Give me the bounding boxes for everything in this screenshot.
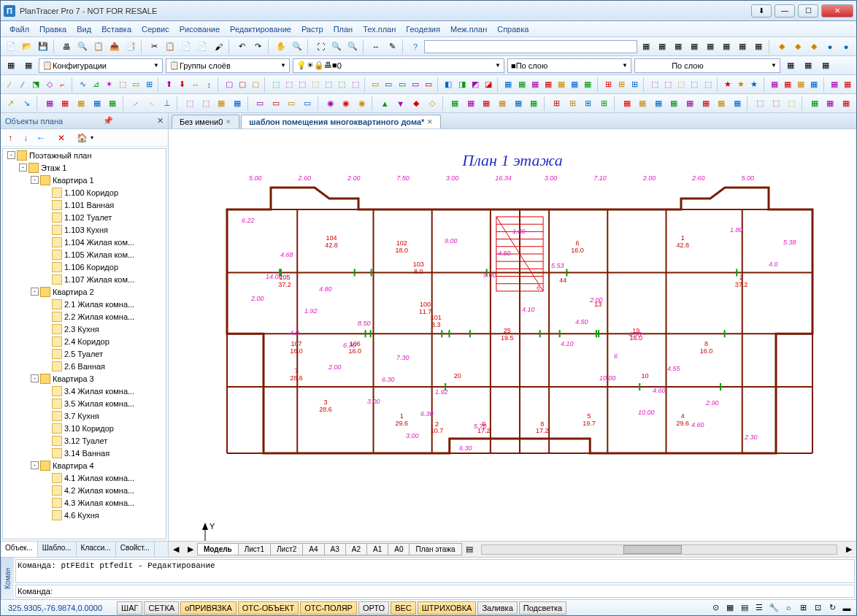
- tbplan-btn-10[interactable]: ⟍: [144, 96, 158, 111]
- object-tree[interactable]: -Поэтажный план-Этаж 1-Квартира 11.100 К…: [2, 148, 166, 539]
- tbdraw-btn-2[interactable]: ⬔: [30, 77, 42, 92]
- layerprop-icon[interactable]: ▦: [4, 58, 18, 73]
- tbplan-btn-44[interactable]: ▦: [620, 96, 634, 111]
- tbdraw-btn-47[interactable]: ▦: [582, 77, 593, 92]
- tbdraw-btn-20[interactable]: ▢: [250, 77, 261, 92]
- sh2-icon[interactable]: ◆: [791, 39, 805, 54]
- tbdraw-btn-59[interactable]: ★: [722, 77, 734, 92]
- tree-node[interactable]: 1.105 Жилая ком...: [3, 248, 166, 261]
- tbdraw-btn-44[interactable]: ▦: [542, 77, 554, 92]
- tbplan-btn-13[interactable]: ⬚: [182, 96, 197, 111]
- undo-icon[interactable]: ↶: [234, 39, 249, 54]
- tbplan-btn-24[interactable]: ◉: [339, 96, 353, 111]
- tree-node[interactable]: 2.2 Жилая комна...: [3, 310, 166, 323]
- tbdraw-btn-45[interactable]: ▦: [556, 77, 567, 92]
- zoomout-icon[interactable]: 🔍: [345, 39, 360, 54]
- tbplan-btn-4[interactable]: ▦: [58, 96, 73, 111]
- tbplan-btn-1[interactable]: ↘: [20, 96, 34, 111]
- tbdraw-btn-27[interactable]: ⬚: [336, 77, 347, 92]
- tree-node[interactable]: 4.2 Жилая комна...: [3, 484, 166, 496]
- tbdraw-btn-15[interactable]: ↔: [190, 77, 201, 92]
- paste-icon[interactable]: 📄: [179, 39, 193, 54]
- status-toggle-Подсветка[interactable]: Подсветка: [519, 601, 566, 615]
- tbplan-btn-15[interactable]: ▦: [215, 96, 229, 111]
- tbdraw-btn-6[interactable]: ∿: [77, 77, 88, 92]
- l1-icon[interactable]: ▦: [783, 58, 798, 73]
- tree-node[interactable]: 4.1 Жилая комна...: [3, 471, 166, 484]
- tree-node[interactable]: -Этаж 1: [3, 161, 166, 174]
- st6-icon[interactable]: ○: [782, 601, 795, 615]
- t8-icon[interactable]: ▦: [751, 39, 766, 54]
- tbplan-btn-11[interactable]: ⊥: [160, 96, 174, 111]
- st9-icon[interactable]: ↻: [826, 601, 839, 615]
- tbdraw-btn-54[interactable]: ⬚: [662, 77, 674, 92]
- tbdraw-btn-42[interactable]: ▦: [516, 77, 528, 92]
- tree-node[interactable]: 1.101 Ванная: [3, 199, 166, 211]
- close-button[interactable]: ✕: [821, 4, 853, 18]
- tbplan-btn-49[interactable]: ▦: [699, 96, 713, 111]
- tbplan-btn-46[interactable]: ▦: [651, 96, 666, 111]
- tree-node[interactable]: 4.3 Жилая комна...: [3, 496, 166, 509]
- pin-icon[interactable]: 📌: [103, 116, 113, 126]
- doc-tab[interactable]: шаблон помещения многоквартиного дома*✕: [241, 115, 441, 128]
- status-toggle-ШТРИХОВКА[interactable]: ШТРИХОВКА: [418, 601, 477, 615]
- tbdraw-btn-39[interactable]: ◪: [483, 77, 494, 92]
- tbdraw-btn-55[interactable]: ⬚: [675, 77, 687, 92]
- measure-icon[interactable]: ↔: [369, 39, 383, 54]
- tbdraw-btn-36[interactable]: ◧: [442, 77, 454, 92]
- tree-node[interactable]: -Квартира 1: [3, 174, 166, 186]
- scroll-right-icon[interactable]: ▶: [842, 542, 856, 557]
- ltype-combo[interactable]: По слою▼: [634, 58, 780, 73]
- tbplan-btn-59[interactable]: ▦: [839, 96, 853, 111]
- expand-icon[interactable]: -: [31, 288, 39, 296]
- st7-icon[interactable]: ⊞: [796, 601, 810, 615]
- status-toggle-ОТС-ОБЪЕКТ[interactable]: ОТС-ОБЪЕКТ: [238, 601, 299, 615]
- zoomwin-icon[interactable]: ⛶: [313, 39, 328, 54]
- tbdraw-btn-23[interactable]: ⬚: [283, 77, 295, 92]
- tree-node[interactable]: 3.5 Жилая комна...: [3, 397, 166, 409]
- tab-close-icon[interactable]: ✕: [226, 118, 231, 126]
- expand-icon[interactable]: -: [19, 163, 27, 172]
- tbplan-btn-34[interactable]: ▦: [480, 96, 494, 111]
- tree-node[interactable]: 2.6 Ванная: [3, 360, 166, 372]
- tbdraw-btn-4[interactable]: ⌐: [57, 77, 69, 92]
- tree-node[interactable]: 1.100 Коридор: [3, 186, 166, 199]
- tbdraw-btn-66[interactable]: ▦: [808, 77, 820, 92]
- drawing-canvas[interactable]: План 1 этажа 5.002.602.007.503.0016.343.…: [169, 129, 856, 541]
- status-toggle-ОТС-ПОЛЯР[interactable]: ОТС-ПОЛЯР: [300, 601, 357, 615]
- zoomin-icon[interactable]: 🔍: [329, 39, 344, 54]
- tbdraw-btn-69[interactable]: ▦: [842, 77, 853, 92]
- maximize-button[interactable]: ☐: [798, 4, 818, 18]
- tbplan-btn-36[interactable]: ▦: [511, 96, 526, 111]
- status-toggle-оПРИВЯЗКА[interactable]: оПРИВЯЗКА: [180, 601, 237, 615]
- pan-icon[interactable]: ✋: [274, 39, 288, 54]
- tbplan-btn-50[interactable]: ▦: [714, 96, 729, 111]
- tbdraw-btn-9[interactable]: ⬚: [117, 77, 128, 92]
- model-tab[interactable]: Лист2: [270, 543, 303, 555]
- tree-node[interactable]: -Квартира 3: [3, 372, 166, 385]
- t6-icon[interactable]: ▦: [719, 39, 734, 54]
- menu-Файл[interactable]: Файл: [5, 23, 34, 35]
- preview-icon[interactable]: 🔍: [75, 39, 90, 54]
- tbplan-btn-14[interactable]: ⬚: [199, 96, 213, 111]
- tbdraw-btn-16[interactable]: ↕: [203, 77, 215, 92]
- tree-node[interactable]: 1.106 Коридор: [3, 261, 166, 273]
- tab-add-icon[interactable]: ▤: [462, 542, 477, 557]
- tree-node[interactable]: 3.12 Туалет: [3, 434, 166, 447]
- tbplan-btn-6[interactable]: ▦: [90, 96, 104, 111]
- tbdraw-btn-30[interactable]: ▭: [369, 77, 381, 92]
- tbplan-btn-48[interactable]: ▦: [683, 96, 697, 111]
- tbdraw-btn-64[interactable]: ▦: [782, 77, 793, 92]
- tbdraw-btn-26[interactable]: ⬚: [323, 77, 334, 92]
- st2-icon[interactable]: ▦: [723, 601, 737, 615]
- tbplan-btn-42[interactable]: ⊞: [597, 96, 612, 111]
- tbdraw-btn-28[interactable]: ⬚: [350, 77, 361, 92]
- tbplan-btn-51[interactable]: ▦: [730, 96, 745, 111]
- menu-Редактирование[interactable]: Редактирование: [226, 23, 296, 35]
- tree-node[interactable]: -Квартира 2: [3, 285, 166, 298]
- menu-Вставка[interactable]: Вставка: [97, 23, 136, 35]
- model-tab[interactable]: Модель: [197, 543, 239, 555]
- panel-tab[interactable]: Шабло...: [38, 542, 77, 557]
- tbplan-btn-32[interactable]: ▦: [448, 96, 463, 111]
- tree-node[interactable]: 2.4 Коридор: [3, 335, 166, 347]
